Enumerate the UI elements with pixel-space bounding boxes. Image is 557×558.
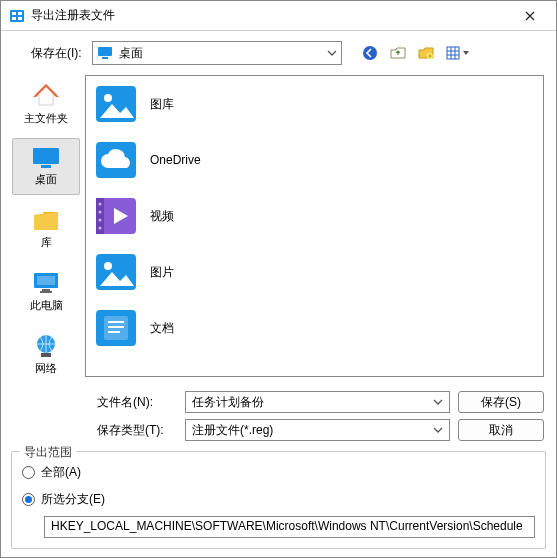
chevron-down-icon: [433, 427, 443, 433]
svg-rect-17: [37, 276, 55, 285]
svg-rect-18: [42, 289, 50, 291]
back-icon: [362, 45, 378, 61]
cancel-button[interactable]: 取消: [458, 419, 544, 441]
place-home[interactable]: 主文件夹: [12, 75, 80, 132]
save-in-value: 桌面: [119, 45, 143, 62]
place-label: 库: [41, 235, 52, 250]
svg-rect-21: [41, 353, 51, 357]
place-desktop[interactable]: 桌面: [12, 138, 80, 195]
filename-combo[interactable]: 任务计划备份: [185, 391, 450, 413]
close-icon: [525, 11, 535, 21]
svg-rect-2: [18, 12, 22, 15]
list-item[interactable]: 文档: [86, 300, 543, 356]
close-button[interactable]: [508, 2, 552, 30]
svg-rect-4: [18, 17, 22, 20]
place-label: 网络: [35, 361, 57, 376]
chevron-down-icon: [433, 399, 443, 405]
desktop-icon: [97, 46, 113, 60]
svg-point-28: [99, 211, 102, 214]
list-item[interactable]: OneDrive: [86, 132, 543, 188]
svg-point-23: [104, 94, 112, 102]
place-network[interactable]: 网络: [12, 326, 80, 383]
view-menu-icon: [446, 45, 472, 61]
item-label: 文档: [150, 320, 174, 337]
svg-rect-6: [102, 57, 108, 59]
filename-row: 文件名(N): 任务计划备份 保存(S): [97, 391, 544, 413]
radio-all-label: 全部(A): [41, 464, 81, 481]
item-label: 图库: [150, 96, 174, 113]
svg-rect-9: [447, 47, 459, 59]
filetype-value: 注册文件(*.reg): [192, 422, 273, 439]
svg-point-27: [99, 203, 102, 206]
filename-label: 文件名(N):: [97, 394, 177, 411]
places-bar: 主文件夹 桌面 库 此电脑 网络: [1, 71, 81, 383]
item-label: 视频: [150, 208, 174, 225]
svg-rect-5: [98, 47, 112, 56]
file-list[interactable]: 图库 OneDrive 视频 图片: [85, 75, 544, 377]
export-range-group: 导出范围 全部(A) 所选分支(E) HKEY_LOCAL_MACHINE\SO…: [11, 451, 546, 549]
radio-all[interactable]: [22, 466, 35, 479]
save-in-label: 保存在(I):: [31, 45, 82, 62]
desktop-icon: [31, 146, 61, 170]
up-one-level-button[interactable]: [388, 43, 408, 63]
radio-selected-label: 所选分支(E): [41, 491, 105, 508]
radio-selected-row[interactable]: 所选分支(E): [22, 491, 535, 508]
list-item[interactable]: 图片: [86, 244, 543, 300]
onedrive-tile-icon: [94, 138, 138, 182]
folder-new-icon: [418, 45, 434, 61]
branch-path-value: HKEY_LOCAL_MACHINE\SOFTWARE\Microsoft\Wi…: [51, 519, 523, 533]
save-in-row: 保存在(I): 桌面: [1, 31, 556, 71]
branch-path-input[interactable]: HKEY_LOCAL_MACHINE\SOFTWARE\Microsoft\Wi…: [44, 516, 535, 538]
svg-rect-15: [41, 165, 51, 168]
nav-toolbar: [360, 43, 474, 63]
gallery-tile-icon: [94, 82, 138, 126]
back-button[interactable]: [360, 43, 380, 63]
place-label: 此电脑: [30, 298, 63, 313]
svg-rect-1: [12, 12, 16, 15]
window-title: 导出注册表文件: [31, 7, 508, 24]
item-label: OneDrive: [150, 153, 201, 167]
group-title: 导出范围: [20, 444, 76, 461]
monitor-icon: [31, 270, 61, 296]
svg-rect-0: [10, 10, 24, 22]
body: 主文件夹 桌面 库 此电脑 网络: [1, 71, 556, 383]
videos-tile-icon: [94, 194, 138, 238]
new-folder-button[interactable]: [416, 43, 436, 63]
svg-point-29: [99, 219, 102, 222]
svg-point-7: [363, 46, 377, 60]
title-bar: 导出注册表文件: [1, 1, 556, 31]
filetype-combo[interactable]: 注册文件(*.reg): [185, 419, 450, 441]
item-label: 图片: [150, 264, 174, 281]
radio-all-row[interactable]: 全部(A): [22, 464, 535, 481]
svg-rect-3: [12, 17, 16, 20]
radio-selected-branch[interactable]: [22, 493, 35, 506]
documents-tile-icon: [94, 306, 138, 350]
svg-rect-19: [40, 291, 52, 293]
place-libraries[interactable]: 库: [12, 201, 80, 258]
list-item[interactable]: 视频: [86, 188, 543, 244]
filetype-label: 保存类型(T):: [97, 422, 177, 439]
list-item[interactable]: 图库: [86, 76, 543, 132]
name-type-area: 文件名(N): 任务计划备份 保存(S) 保存类型(T): 注册文件(*.reg…: [1, 383, 556, 451]
svg-point-32: [104, 262, 112, 270]
save-button[interactable]: 保存(S): [458, 391, 544, 413]
filename-value: 任务计划备份: [192, 394, 264, 411]
place-label: 桌面: [35, 172, 57, 187]
svg-rect-14: [33, 148, 59, 164]
chevron-down-icon: [327, 50, 337, 56]
filetype-row: 保存类型(T): 注册文件(*.reg) 取消: [97, 419, 544, 441]
svg-point-30: [99, 227, 102, 230]
view-menu-button[interactable]: [444, 43, 474, 63]
place-thispc[interactable]: 此电脑: [12, 263, 80, 320]
network-icon: [31, 333, 61, 359]
folder-up-icon: [390, 45, 406, 61]
place-label: 主文件夹: [24, 111, 68, 126]
folder-icon: [31, 207, 61, 233]
regedit-icon: [9, 8, 25, 24]
home-icon: [31, 81, 61, 109]
export-registry-dialog: 导出注册表文件 保存在(I): 桌面: [0, 0, 557, 558]
save-in-combo[interactable]: 桌面: [92, 41, 342, 65]
pictures-tile-icon: [94, 250, 138, 294]
